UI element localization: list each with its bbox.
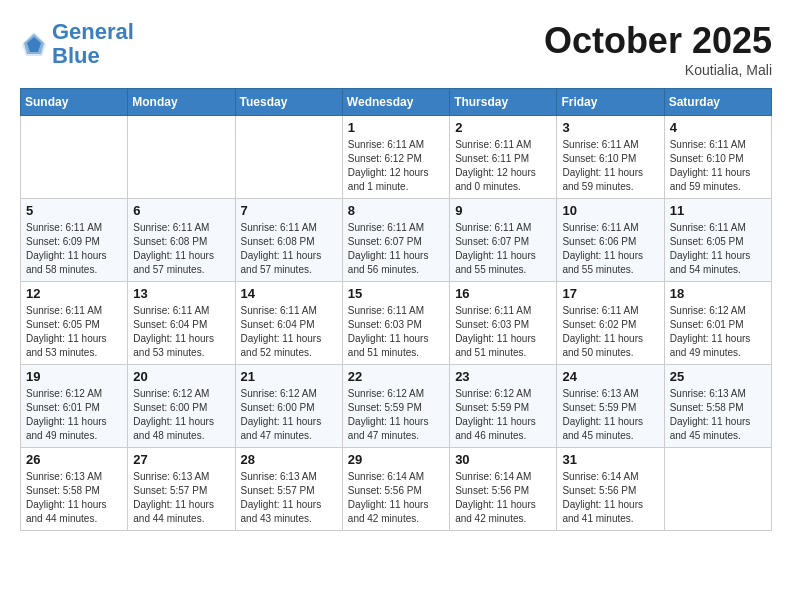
calendar-cell: 29Sunrise: 6:14 AMSunset: 5:56 PMDayligh…: [342, 448, 449, 531]
day-number: 17: [562, 286, 658, 301]
calendar-week-row: 12Sunrise: 6:11 AMSunset: 6:05 PMDayligh…: [21, 282, 772, 365]
calendar-cell: 10Sunrise: 6:11 AMSunset: 6:06 PMDayligh…: [557, 199, 664, 282]
calendar-cell: [235, 116, 342, 199]
calendar-cell: 31Sunrise: 6:14 AMSunset: 5:56 PMDayligh…: [557, 448, 664, 531]
day-info: Sunrise: 6:11 AMSunset: 6:09 PMDaylight:…: [26, 221, 122, 277]
calendar-week-row: 19Sunrise: 6:12 AMSunset: 6:01 PMDayligh…: [21, 365, 772, 448]
day-info: Sunrise: 6:12 AMSunset: 6:01 PMDaylight:…: [670, 304, 766, 360]
calendar-cell: 6Sunrise: 6:11 AMSunset: 6:08 PMDaylight…: [128, 199, 235, 282]
calendar-cell: 28Sunrise: 6:13 AMSunset: 5:57 PMDayligh…: [235, 448, 342, 531]
calendar-cell: 5Sunrise: 6:11 AMSunset: 6:09 PMDaylight…: [21, 199, 128, 282]
day-number: 26: [26, 452, 122, 467]
calendar-cell: 8Sunrise: 6:11 AMSunset: 6:07 PMDaylight…: [342, 199, 449, 282]
calendar-cell: 4Sunrise: 6:11 AMSunset: 6:10 PMDaylight…: [664, 116, 771, 199]
logo-icon: [20, 30, 48, 58]
day-info: Sunrise: 6:11 AMSunset: 6:03 PMDaylight:…: [455, 304, 551, 360]
day-info: Sunrise: 6:14 AMSunset: 5:56 PMDaylight:…: [348, 470, 444, 526]
calendar-week-row: 1Sunrise: 6:11 AMSunset: 6:12 PMDaylight…: [21, 116, 772, 199]
day-number: 27: [133, 452, 229, 467]
day-number: 11: [670, 203, 766, 218]
weekday-header: Monday: [128, 89, 235, 116]
day-number: 29: [348, 452, 444, 467]
day-info: Sunrise: 6:14 AMSunset: 5:56 PMDaylight:…: [455, 470, 551, 526]
day-number: 31: [562, 452, 658, 467]
day-number: 3: [562, 120, 658, 135]
day-info: Sunrise: 6:13 AMSunset: 5:58 PMDaylight:…: [670, 387, 766, 443]
weekday-header: Saturday: [664, 89, 771, 116]
calendar-cell: 11Sunrise: 6:11 AMSunset: 6:05 PMDayligh…: [664, 199, 771, 282]
day-info: Sunrise: 6:12 AMSunset: 6:01 PMDaylight:…: [26, 387, 122, 443]
weekday-header: Sunday: [21, 89, 128, 116]
day-info: Sunrise: 6:11 AMSunset: 6:10 PMDaylight:…: [562, 138, 658, 194]
day-number: 1: [348, 120, 444, 135]
day-info: Sunrise: 6:11 AMSunset: 6:04 PMDaylight:…: [241, 304, 337, 360]
day-info: Sunrise: 6:13 AMSunset: 5:57 PMDaylight:…: [241, 470, 337, 526]
calendar-cell: [21, 116, 128, 199]
calendar-cell: 2Sunrise: 6:11 AMSunset: 6:11 PMDaylight…: [450, 116, 557, 199]
day-info: Sunrise: 6:13 AMSunset: 5:59 PMDaylight:…: [562, 387, 658, 443]
day-number: 20: [133, 369, 229, 384]
day-number: 15: [348, 286, 444, 301]
calendar-cell: 24Sunrise: 6:13 AMSunset: 5:59 PMDayligh…: [557, 365, 664, 448]
logo-text: General Blue: [52, 20, 134, 68]
day-number: 5: [26, 203, 122, 218]
calendar-cell: 23Sunrise: 6:12 AMSunset: 5:59 PMDayligh…: [450, 365, 557, 448]
calendar: SundayMondayTuesdayWednesdayThursdayFrid…: [20, 88, 772, 531]
calendar-cell: 9Sunrise: 6:11 AMSunset: 6:07 PMDaylight…: [450, 199, 557, 282]
day-number: 28: [241, 452, 337, 467]
day-info: Sunrise: 6:11 AMSunset: 6:10 PMDaylight:…: [670, 138, 766, 194]
logo-line1: General: [52, 19, 134, 44]
day-number: 24: [562, 369, 658, 384]
day-info: Sunrise: 6:11 AMSunset: 6:04 PMDaylight:…: [133, 304, 229, 360]
day-number: 14: [241, 286, 337, 301]
day-info: Sunrise: 6:12 AMSunset: 5:59 PMDaylight:…: [455, 387, 551, 443]
calendar-cell: 17Sunrise: 6:11 AMSunset: 6:02 PMDayligh…: [557, 282, 664, 365]
calendar-cell: 20Sunrise: 6:12 AMSunset: 6:00 PMDayligh…: [128, 365, 235, 448]
weekday-header: Wednesday: [342, 89, 449, 116]
day-info: Sunrise: 6:14 AMSunset: 5:56 PMDaylight:…: [562, 470, 658, 526]
calendar-cell: 30Sunrise: 6:14 AMSunset: 5:56 PMDayligh…: [450, 448, 557, 531]
header: General Blue October 2025 Koutialia, Mal…: [20, 20, 772, 78]
day-info: Sunrise: 6:11 AMSunset: 6:12 PMDaylight:…: [348, 138, 444, 194]
day-info: Sunrise: 6:11 AMSunset: 6:07 PMDaylight:…: [348, 221, 444, 277]
calendar-cell: [664, 448, 771, 531]
calendar-week-row: 5Sunrise: 6:11 AMSunset: 6:09 PMDaylight…: [21, 199, 772, 282]
calendar-cell: 3Sunrise: 6:11 AMSunset: 6:10 PMDaylight…: [557, 116, 664, 199]
day-number: 12: [26, 286, 122, 301]
calendar-cell: 14Sunrise: 6:11 AMSunset: 6:04 PMDayligh…: [235, 282, 342, 365]
day-info: Sunrise: 6:12 AMSunset: 5:59 PMDaylight:…: [348, 387, 444, 443]
day-number: 2: [455, 120, 551, 135]
day-info: Sunrise: 6:11 AMSunset: 6:02 PMDaylight:…: [562, 304, 658, 360]
day-number: 10: [562, 203, 658, 218]
weekday-header-row: SundayMondayTuesdayWednesdayThursdayFrid…: [21, 89, 772, 116]
day-info: Sunrise: 6:11 AMSunset: 6:03 PMDaylight:…: [348, 304, 444, 360]
day-info: Sunrise: 6:11 AMSunset: 6:07 PMDaylight:…: [455, 221, 551, 277]
day-info: Sunrise: 6:13 AMSunset: 5:58 PMDaylight:…: [26, 470, 122, 526]
calendar-cell: 19Sunrise: 6:12 AMSunset: 6:01 PMDayligh…: [21, 365, 128, 448]
location: Koutialia, Mali: [544, 62, 772, 78]
day-info: Sunrise: 6:11 AMSunset: 6:05 PMDaylight:…: [26, 304, 122, 360]
day-number: 18: [670, 286, 766, 301]
weekday-header: Thursday: [450, 89, 557, 116]
month-title: October 2025: [544, 20, 772, 62]
day-number: 19: [26, 369, 122, 384]
calendar-cell: 13Sunrise: 6:11 AMSunset: 6:04 PMDayligh…: [128, 282, 235, 365]
day-info: Sunrise: 6:12 AMSunset: 6:00 PMDaylight:…: [241, 387, 337, 443]
calendar-cell: 12Sunrise: 6:11 AMSunset: 6:05 PMDayligh…: [21, 282, 128, 365]
calendar-cell: 27Sunrise: 6:13 AMSunset: 5:57 PMDayligh…: [128, 448, 235, 531]
day-number: 9: [455, 203, 551, 218]
logo: General Blue: [20, 20, 134, 68]
calendar-cell: 7Sunrise: 6:11 AMSunset: 6:08 PMDaylight…: [235, 199, 342, 282]
title-area: October 2025 Koutialia, Mali: [544, 20, 772, 78]
calendar-cell: [128, 116, 235, 199]
day-number: 8: [348, 203, 444, 218]
calendar-cell: 16Sunrise: 6:11 AMSunset: 6:03 PMDayligh…: [450, 282, 557, 365]
calendar-cell: 18Sunrise: 6:12 AMSunset: 6:01 PMDayligh…: [664, 282, 771, 365]
day-number: 4: [670, 120, 766, 135]
calendar-cell: 1Sunrise: 6:11 AMSunset: 6:12 PMDaylight…: [342, 116, 449, 199]
day-number: 16: [455, 286, 551, 301]
day-number: 13: [133, 286, 229, 301]
day-number: 7: [241, 203, 337, 218]
calendar-week-row: 26Sunrise: 6:13 AMSunset: 5:58 PMDayligh…: [21, 448, 772, 531]
calendar-cell: 21Sunrise: 6:12 AMSunset: 6:00 PMDayligh…: [235, 365, 342, 448]
